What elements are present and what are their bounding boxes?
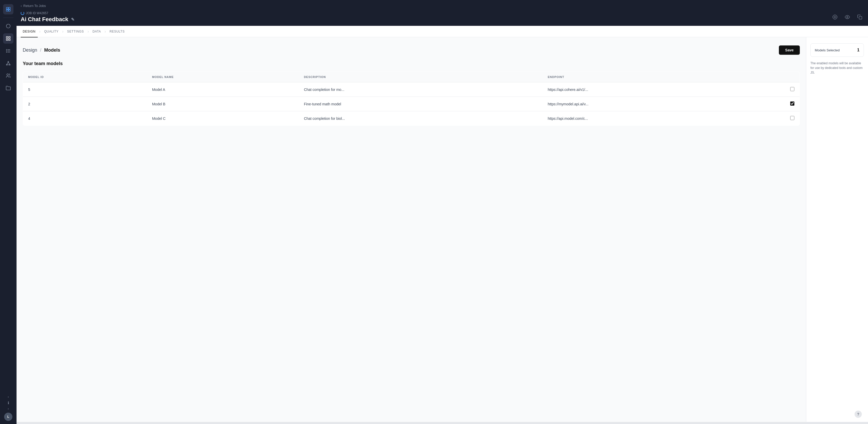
breadcrumb-current: Models: [44, 47, 60, 53]
sidebar-item-list[interactable]: [3, 46, 13, 56]
breadcrumb-separator: /: [40, 47, 41, 53]
help-button[interactable]: ?: [855, 411, 862, 418]
cell-checkbox: [785, 97, 800, 111]
models-selected-count: 1: [857, 48, 860, 53]
model-checkbox-5[interactable]: [790, 87, 795, 91]
job-id: JOB ID W42657: [21, 11, 74, 15]
avatar[interactable]: L: [4, 413, 12, 421]
breadcrumb: Design / Models: [23, 47, 60, 53]
svg-point-23: [834, 17, 836, 18]
svg-point-16: [6, 64, 7, 65]
svg-rect-7: [6, 39, 8, 40]
back-link[interactable]: ‹ Return To Jobs: [21, 4, 46, 8]
tab-quality[interactable]: QUALITY: [42, 26, 61, 37]
svg-rect-29: [859, 17, 862, 20]
topbar: ‹ Return To Jobs JOB ID W42657 Ai Chat F…: [17, 0, 868, 26]
models-selected-label: Models Selected: [815, 48, 840, 52]
tab-sep-2: ›: [61, 29, 64, 34]
models-table: MODEL ID MODEL NAME DESCRIPTION ENDPOINT…: [23, 71, 800, 126]
cell-model-name: Model C: [147, 111, 299, 126]
col-header-endpoint: ENDPOINT: [542, 72, 785, 83]
sidebar: › ℹ › L: [0, 0, 17, 424]
job-id-label: JOB ID W42657: [26, 11, 48, 15]
model-checkbox-4[interactable]: [790, 116, 795, 120]
svg-rect-2: [6, 9, 8, 11]
cell-description: Fine-tuned math model: [299, 97, 542, 111]
cell-model-name: Model B: [147, 97, 299, 111]
cell-endpoint: https://mymodel.api.ai/v...: [542, 97, 785, 111]
cell-endpoint: https://api.model.com/c...: [542, 111, 785, 126]
col-header-description: DESCRIPTION: [299, 72, 542, 83]
cell-description: Chat completion for biol...: [299, 111, 542, 126]
sidebar-divider: [3, 18, 13, 18]
cell-checkbox: [785, 83, 800, 97]
target-icon[interactable]: [831, 13, 839, 21]
tab-design[interactable]: DESIGN: [21, 26, 38, 37]
main-panel: Design / Models Save Your team models MO…: [17, 37, 806, 422]
svg-line-18: [7, 62, 8, 64]
table-header-row: MODEL ID MODEL NAME DESCRIPTION ENDPOINT: [23, 72, 800, 83]
svg-point-4: [6, 24, 10, 28]
sidebar-item-folder[interactable]: [3, 83, 13, 93]
back-arrow-icon: ‹: [21, 4, 22, 8]
tab-data[interactable]: DATA: [90, 26, 103, 37]
breadcrumb-parent: Design: [23, 47, 37, 53]
sidebar-info-icon[interactable]: ℹ: [8, 401, 9, 405]
cell-description: Chat completion for mo...: [299, 83, 542, 97]
sidebar-bottom: › ℹ › L: [4, 395, 12, 421]
page-title-text: Ai Chat Feedback: [21, 16, 68, 23]
svg-point-14: [6, 52, 7, 53]
col-header-model-name: MODEL NAME: [147, 72, 299, 83]
save-button[interactable]: Save: [779, 45, 800, 55]
svg-line-19: [8, 62, 10, 64]
topbar-title-row: JOB ID W42657 Ai Chat Feedback ✎: [21, 11, 864, 26]
sidebar-item-circle[interactable]: [3, 21, 13, 31]
tab-sep-3: ›: [87, 29, 89, 34]
svg-point-28: [847, 17, 848, 18]
col-header-checkbox: [785, 72, 800, 83]
svg-rect-1: [8, 7, 10, 9]
sidebar-item-grid[interactable]: [3, 33, 13, 44]
cell-model-id: 4: [23, 111, 147, 126]
tab-sep-1: ›: [39, 29, 41, 34]
sidebar-item-nodes[interactable]: [3, 58, 13, 68]
cell-model-id: 2: [23, 97, 147, 111]
svg-rect-0: [6, 7, 8, 9]
eye-icon[interactable]: [843, 13, 851, 21]
table-row: 5Model AChat completion for mo...https:/…: [23, 83, 800, 97]
cell-model-name: Model A: [147, 83, 299, 97]
back-label: Return To Jobs: [23, 4, 46, 8]
right-panel: Models Selected 1 The enabled models wil…: [806, 37, 868, 422]
svg-rect-8: [9, 39, 10, 40]
sidebar-item-people[interactable]: [3, 70, 13, 81]
svg-point-15: [8, 61, 8, 62]
sidebar-logo[interactable]: [3, 4, 13, 14]
panel-header: Design / Models Save: [23, 45, 800, 55]
content-area: Design / Models Save Your team models MO…: [17, 37, 868, 422]
models-selected-card: Models Selected 1: [810, 43, 864, 57]
table-row: 2Model BFine-tuned math modelhttps://mym…: [23, 97, 800, 111]
svg-point-12: [6, 49, 7, 50]
tab-results[interactable]: RESULTS: [107, 26, 127, 37]
job-id-spinner: [21, 11, 24, 15]
page-title: Ai Chat Feedback ✎: [21, 16, 74, 23]
title-section: JOB ID W42657 Ai Chat Feedback ✎: [21, 11, 74, 23]
svg-rect-3: [8, 9, 10, 11]
models-selected-desc: The enabled models will be available for…: [810, 61, 864, 75]
svg-rect-5: [6, 37, 8, 38]
svg-point-21: [7, 74, 8, 76]
tab-settings[interactable]: SETTINGS: [65, 26, 86, 37]
bottom-scrollbar[interactable]: [17, 422, 868, 424]
cell-endpoint: https://api.cohere.ai/v1/...: [542, 83, 785, 97]
tab-sep-4: ›: [104, 29, 106, 34]
model-checkbox-2[interactable]: [790, 101, 795, 106]
sidebar-collapse-chevron[interactable]: ›: [8, 407, 9, 411]
topbar-nav: ‹ Return To Jobs: [21, 0, 864, 11]
copy-icon[interactable]: [856, 13, 864, 21]
sidebar-expand-chevron[interactable]: ›: [8, 395, 9, 399]
edit-icon[interactable]: ✎: [71, 17, 74, 22]
cell-model-id: 5: [23, 83, 147, 97]
svg-rect-6: [9, 37, 10, 38]
table-row: 4Model CChat completion for biol...https…: [23, 111, 800, 126]
main-area: ‹ Return To Jobs JOB ID W42657 Ai Chat F…: [17, 0, 868, 424]
